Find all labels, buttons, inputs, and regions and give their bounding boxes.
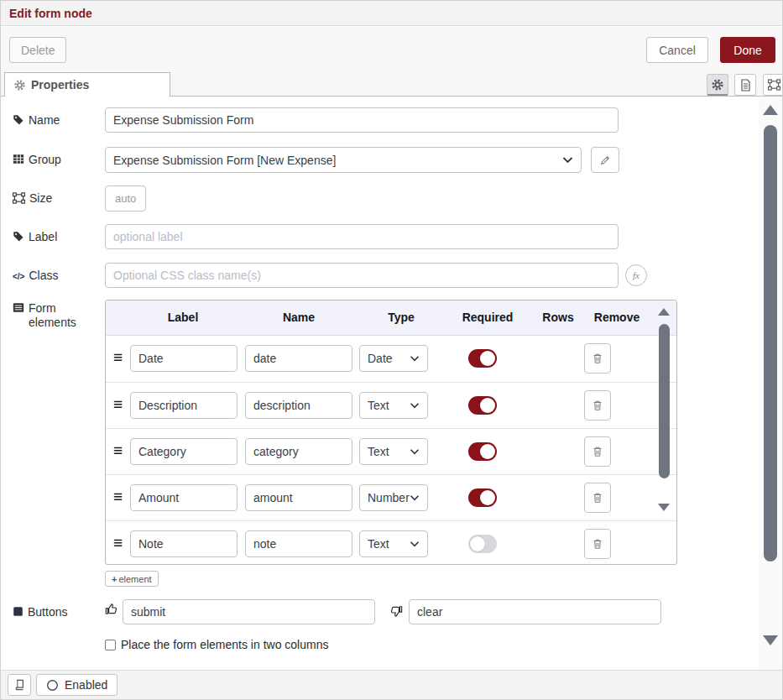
column-header: Required [462, 311, 514, 324]
cancel-button[interactable]: Cancel [646, 37, 708, 63]
remove-element-button[interactable] [584, 483, 611, 513]
enabled-label: Enabled [65, 678, 107, 692]
required-toggle[interactable] [468, 535, 497, 553]
form-element-row: ≡ Text [106, 382, 676, 428]
node-help-button[interactable] [8, 674, 31, 696]
dialog-scrollbar[interactable] [759, 97, 782, 671]
required-toggle[interactable] [468, 442, 497, 461]
form-elements-table: Label Name Type Required Rows Remove ≡ D… [105, 300, 677, 565]
node-enabled-toggle-button[interactable]: Enabled [36, 674, 117, 696]
tag-icon [13, 231, 24, 243]
thumbs-down-icon [389, 604, 404, 619]
scrollbar-thumb[interactable] [659, 324, 670, 478]
chevron-down-icon [562, 156, 573, 165]
tab-properties[interactable]: Properties [4, 72, 170, 97]
scrollbar-thumb[interactable] [764, 125, 777, 562]
dialog-toolbar: Delete Cancel Done [1, 27, 782, 72]
element-type-select[interactable]: Date [359, 345, 428, 372]
element-label-input[interactable] [130, 484, 238, 511]
dialog-title: Edit form node [9, 7, 92, 20]
drag-handle-icon[interactable]: ≡ [113, 396, 123, 413]
drag-handle-icon[interactable]: ≡ [113, 442, 123, 459]
size-field-label: Size [13, 191, 98, 206]
column-header: Name [283, 311, 315, 324]
group-select[interactable]: Expense Submission Form [New Expense] [105, 147, 582, 173]
label-input[interactable] [105, 224, 619, 249]
chevron-down-icon [410, 541, 420, 548]
label-field-label: Label [13, 230, 98, 244]
tab-properties-icon-button[interactable] [707, 74, 728, 96]
two-columns-label: Place the form elements in two columns [121, 638, 328, 651]
trash-icon [592, 399, 603, 412]
element-name-input[interactable] [245, 530, 352, 557]
remove-element-button[interactable] [584, 343, 611, 374]
edit-group-button[interactable] [591, 147, 619, 173]
element-name-input[interactable] [245, 345, 352, 372]
element-name-input[interactable] [245, 392, 352, 419]
elements-table-scrollbar[interactable] [656, 300, 672, 564]
element-name-input[interactable] [245, 484, 352, 511]
form-elements-field-label: Form elements [13, 301, 98, 330]
group-field-label: Group [13, 153, 98, 167]
tab-description-icon-button[interactable] [734, 74, 756, 96]
scroll-down-arrow-icon[interactable] [763, 635, 778, 645]
add-element-button[interactable]: +element [105, 571, 159, 587]
drag-handle-icon[interactable]: ≡ [113, 488, 123, 505]
name-field-label: Name [13, 113, 98, 128]
drag-handle-icon[interactable]: ≡ [113, 535, 123, 551]
form-element-row: ≡ Number [106, 474, 676, 520]
dialog-header: Edit form node [1, 1, 782, 26]
list-icon [13, 302, 24, 313]
scroll-up-arrow-icon[interactable] [658, 308, 670, 316]
form-element-row: ≡ Text [106, 428, 676, 474]
two-columns-checkbox[interactable] [105, 640, 116, 650]
element-label-input[interactable] [130, 438, 238, 465]
remove-element-button[interactable] [584, 436, 611, 467]
scroll-up-arrow-icon[interactable] [763, 105, 778, 115]
trash-icon [592, 491, 603, 504]
form-element-row: ≡ Text [106, 520, 676, 565]
elements-table-body: ≡ Date ≡ Text [106, 336, 676, 565]
element-type-value: Text [368, 399, 389, 412]
chevron-down-icon [410, 448, 420, 456]
done-button[interactable]: Done [720, 37, 775, 63]
group-select-value: Expense Submission Form [New Expense] [113, 154, 336, 167]
form-elements-table-header: Label Name Type Required Rows Remove [106, 300, 676, 336]
thumbs-up-icon [104, 602, 118, 616]
column-header: Type [388, 311, 415, 324]
element-label-input[interactable] [130, 530, 238, 557]
required-toggle[interactable] [468, 396, 497, 415]
element-type-value: Text [368, 445, 389, 458]
gear-icon [712, 79, 723, 91]
clear-button-label-input[interactable] [409, 599, 661, 624]
size-button[interactable]: auto [105, 185, 146, 212]
element-type-select[interactable]: Text [359, 438, 428, 465]
required-toggle[interactable] [468, 349, 497, 368]
tab-properties-label: Properties [31, 78, 89, 91]
pencil-icon [599, 154, 611, 166]
column-header: Label [168, 311, 199, 324]
drag-handle-icon[interactable]: ≡ [113, 349, 123, 366]
element-type-select[interactable]: Text [359, 392, 428, 419]
column-header: Rows [542, 311, 573, 324]
form-element-row: ≡ Date [106, 336, 676, 382]
object-group-icon [768, 79, 780, 91]
submit-button-label-input[interactable] [123, 599, 375, 624]
element-label-input[interactable] [130, 345, 238, 372]
required-toggle[interactable] [468, 488, 497, 507]
scroll-down-arrow-icon[interactable] [658, 504, 670, 511]
element-type-value: Text [368, 537, 389, 551]
chevron-down-icon [410, 355, 420, 363]
name-input[interactable] [105, 107, 619, 133]
fx-badge-icon[interactable]: fx [625, 264, 647, 286]
tab-appearance-icon-button[interactable] [763, 74, 783, 96]
delete-button[interactable]: Delete [9, 37, 66, 63]
remove-element-button[interactable] [584, 529, 611, 559]
class-input[interactable] [105, 263, 619, 288]
edit-form-node-dialog: Edit form node Delete Cancel Done Proper… [0, 0, 783, 700]
element-name-input[interactable] [245, 438, 352, 465]
remove-element-button[interactable] [584, 390, 611, 421]
element-type-select[interactable]: Text [359, 530, 428, 557]
element-label-input[interactable] [130, 392, 238, 419]
element-type-select[interactable]: Number [359, 484, 428, 511]
